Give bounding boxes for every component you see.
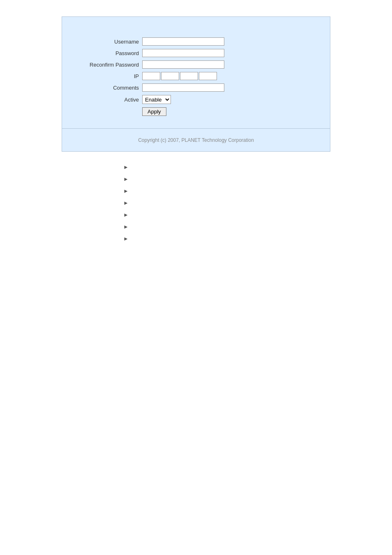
username-input[interactable] (142, 37, 224, 46)
bullet-item-3: ► (123, 188, 330, 194)
main-panel: Username Password Reconfirm Password IP (62, 16, 330, 152)
password-row: Password (78, 49, 314, 57)
bullet-item-5: ► (123, 212, 330, 218)
bullet-section: ► ► ► ► ► ► ► (62, 152, 330, 242)
active-controls: Enable Disable (142, 95, 171, 104)
ip-row: IP (78, 72, 314, 80)
active-row: Active Enable Disable (78, 95, 314, 104)
ip-octet-1[interactable] (142, 72, 160, 80)
ip-label: IP (78, 73, 142, 79)
username-label: Username (78, 39, 142, 45)
ip-octet-2[interactable] (161, 72, 179, 80)
bullet-item-2: ► (123, 176, 330, 182)
copyright-text: Copyright (c) 2007, PLANET Technology Co… (138, 137, 254, 143)
bullet-arrow-6: ► (123, 224, 129, 230)
password-label: Password (78, 50, 142, 56)
form-section: Username Password Reconfirm Password IP (62, 29, 330, 128)
comments-label: Comments (78, 85, 142, 91)
reconfirm-label: Reconfirm Password (78, 62, 142, 68)
reconfirm-input[interactable] (142, 60, 224, 69)
bullet-item-1: ► (123, 164, 330, 170)
ip-octet-3[interactable] (180, 72, 198, 80)
password-input[interactable] (142, 49, 224, 57)
bullet-arrow-7: ► (123, 236, 129, 242)
apply-button[interactable]: Apply (142, 107, 166, 116)
bullet-item-4: ► (123, 200, 330, 206)
bullet-item-6: ► (123, 224, 330, 230)
bullet-arrow-1: ► (123, 164, 129, 170)
page-wrapper: Username Password Reconfirm Password IP (0, 0, 392, 555)
active-label: Active (78, 97, 142, 103)
ip-inputs (142, 72, 217, 80)
bullet-arrow-5: ► (123, 212, 129, 218)
bullet-arrow-4: ► (123, 200, 129, 206)
bullet-item-7: ► (123, 236, 330, 242)
ip-octet-4[interactable] (199, 72, 217, 80)
apply-row: Apply (78, 107, 314, 116)
bullet-arrow-2: ► (123, 176, 129, 182)
footer-section: Copyright (c) 2007, PLANET Technology Co… (62, 128, 330, 151)
bullet-arrow-3: ► (123, 188, 129, 194)
comments-input[interactable] (142, 83, 224, 92)
active-select[interactable]: Enable Disable (142, 95, 171, 104)
reconfirm-row: Reconfirm Password (78, 60, 314, 69)
comments-row: Comments (78, 83, 314, 92)
username-row: Username (78, 37, 314, 46)
